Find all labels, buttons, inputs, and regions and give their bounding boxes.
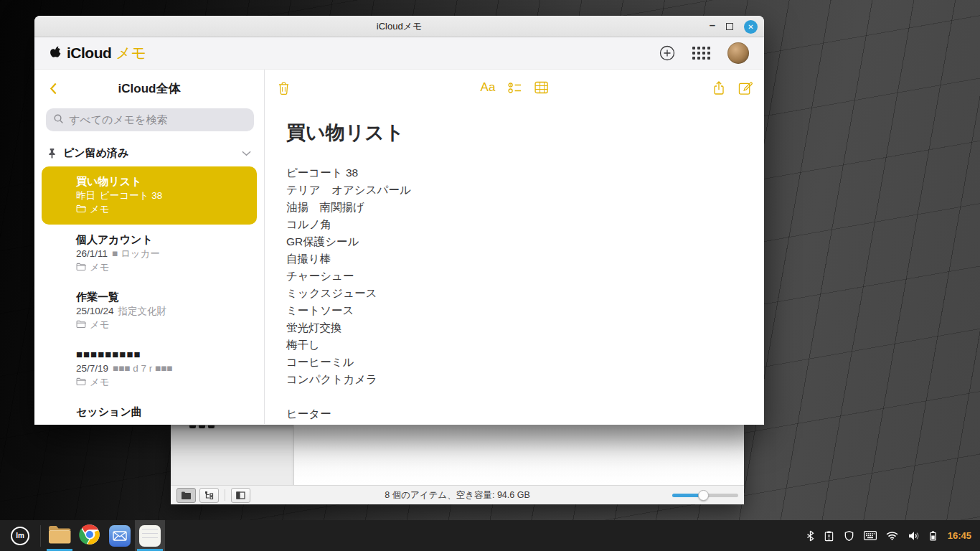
taskbar-chrome-app[interactable] [75, 520, 105, 551]
taskbar: lm [0, 520, 980, 551]
pin-icon [47, 148, 57, 159]
minimize-button[interactable]: – [710, 19, 715, 30]
account-avatar[interactable] [727, 42, 749, 64]
note-line: コンパクトカメラ [286, 371, 764, 388]
note-line: 蛍光灯交換 [286, 319, 764, 336]
sidebar-title: iCloud全体 [118, 80, 181, 97]
menu-button[interactable]: lm [0, 520, 40, 551]
note-title: セッション曲 [76, 405, 254, 419]
note-list-item-selected[interactable]: 買い物リスト 昨日 ピーコート 38 メモ [42, 166, 257, 225]
note-title: 作業一覧 [76, 290, 254, 304]
note-line: ピーコート 38 [286, 164, 764, 182]
icloud-header: iCloud メモ [34, 37, 764, 70]
note-folder-label: メモ [90, 260, 110, 274]
note-title-heading: 買い物リスト [286, 120, 764, 146]
firewall-shield-icon[interactable] [844, 530, 854, 542]
file-manager-sidebar [171, 425, 294, 485]
update-manager-icon[interactable] [824, 530, 834, 542]
notes-app-icon [139, 525, 161, 547]
folder-icon [76, 260, 86, 274]
close-button[interactable]: ✕ [744, 20, 758, 34]
format-text-button[interactable]: Aa [481, 80, 496, 95]
note-snippet: ■ ロッカー [112, 247, 160, 260]
bluetooth-icon[interactable] [806, 530, 814, 542]
note-title: ■■■■■■■■■ [76, 347, 254, 362]
wifi-icon[interactable] [886, 531, 898, 540]
files-icon [48, 525, 71, 547]
note-snippet: 指定文化財 [118, 304, 167, 318]
note-folder-label: メモ [90, 375, 110, 389]
zoom-slider[interactable] [672, 489, 738, 501]
delete-note-button[interactable] [278, 81, 290, 95]
checklist-button[interactable] [507, 82, 522, 94]
note-line: テリア オアシスパール [286, 182, 764, 199]
window-title: iCloudメモ [377, 20, 422, 33]
taskbar-mail-app[interactable] [105, 520, 135, 551]
compose-button[interactable] [738, 81, 753, 95]
folder-icon [76, 318, 86, 331]
maximize-button[interactable] [726, 23, 733, 30]
note-list-item[interactable]: ■■■■■■■■■ 25/7/19 ■■■ d 7 r ■■■ メモ [34, 339, 264, 397]
window-titlebar[interactable]: iCloudメモ – ✕ [34, 16, 764, 37]
share-button[interactable] [713, 81, 725, 95]
icloud-wordmark: iCloud [67, 44, 111, 62]
note-folder-label: メモ [90, 202, 110, 216]
mail-icon [109, 525, 131, 547]
note-line: ミックスジュース [286, 285, 764, 302]
volume-icon[interactable] [908, 531, 920, 541]
note-list-item[interactable]: 個人アカウント 26/1/11 ■ ロッカー メモ [34, 225, 264, 282]
folder-icon [76, 202, 86, 216]
toggle-sidepane-button[interactable] [231, 488, 250, 503]
tree-view-icon [204, 491, 214, 499]
note-line: 自撮り棒 [286, 250, 764, 268]
note-title: 個人アカウント [76, 232, 254, 247]
zoom-slider-knob[interactable] [698, 490, 709, 501]
note-line: ヒーター [286, 405, 764, 423]
statusbar-separator [225, 489, 225, 501]
new-item-button[interactable] [659, 45, 675, 61]
note-list-item[interactable]: セッション曲 [34, 397, 264, 424]
back-button[interactable] [50, 83, 57, 95]
battery-icon[interactable] [929, 530, 937, 542]
note-list: 買い物リスト 昨日 ピーコート 38 メモ 個人アカウント [34, 166, 264, 424]
note-line: 梅干し [286, 336, 764, 354]
note-snippet: ■■■ d 7 r ■■■ [113, 362, 172, 375]
notes-sidebar: iCloud全体 すべてのメモを検索 ピン留め済み [34, 70, 265, 424]
search-input[interactable]: すべてのメモを検索 [46, 108, 254, 131]
icon-view-button[interactable] [176, 488, 196, 503]
note-line: GR保護シール [286, 233, 764, 250]
folder-view-icon [182, 491, 191, 499]
app-launcher-icon[interactable] [692, 47, 710, 60]
note-editor[interactable]: Aa [265, 70, 764, 424]
pinned-section-label: ピン留め済み [63, 146, 128, 160]
clock[interactable]: 16:45 [948, 530, 971, 541]
file-manager-window: 8 個のアイテム、空き容量: 94.6 GB [171, 425, 744, 504]
table-button[interactable] [534, 81, 548, 94]
note-date: 26/1/11 [76, 247, 108, 260]
search-placeholder: すべてのメモを検索 [69, 113, 167, 127]
desktop-wallpaper: 8 個のアイテム、空き容量: 94.6 GB iCloudメモ – ✕ iClo… [0, 0, 980, 551]
clipped-sidebar-item [189, 425, 215, 428]
mint-logo-icon: lm [11, 527, 29, 545]
note-date: 25/7/19 [76, 362, 108, 375]
note-list-item[interactable]: 作業一覧 25/10/24 指定文化財 メモ [34, 282, 264, 339]
note-snippet: ピーコート 38 [100, 189, 162, 202]
taskbar-files-app[interactable] [44, 520, 75, 551]
chrome-icon [79, 524, 100, 548]
note-body[interactable]: ピーコート 38 テリア オアシスパール 油揚 南関揚げ コルノ角 GR保護シー… [286, 164, 764, 423]
note-date: 昨日 [76, 189, 95, 202]
note-line: 油揚 南関揚げ [286, 199, 764, 216]
keyboard-layout-icon[interactable] [864, 531, 877, 540]
tree-view-button[interactable] [199, 488, 219, 503]
app-name-label: メモ [116, 43, 146, 63]
note-line: ミートソース [286, 302, 764, 319]
pinned-section-header[interactable]: ピン留め済み [47, 146, 251, 160]
chevron-down-icon [242, 151, 251, 156]
note-folder-label: メモ [90, 318, 110, 331]
apple-logo-icon [50, 47, 62, 60]
icloud-notes-window: iCloudメモ – ✕ iCloud メモ [34, 16, 764, 425]
taskbar-notes-app[interactable] [135, 520, 165, 551]
note-title: 買い物リスト [76, 174, 247, 189]
note-line: チャーシュー [286, 268, 764, 285]
note-date: 25/10/24 [76, 304, 114, 318]
